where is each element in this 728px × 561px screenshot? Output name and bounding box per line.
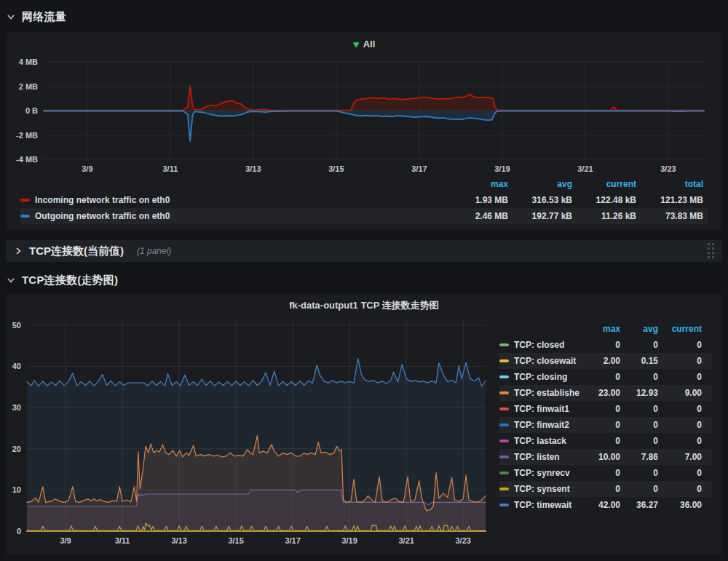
legend-series-label[interactable]: TCP: established xyxy=(499,385,579,401)
legend-header-max[interactable]: max xyxy=(579,321,620,337)
legend-series-label[interactable]: TCP: finwait1 xyxy=(499,401,579,417)
legend-series-label[interactable]: TCP: listen xyxy=(499,449,579,465)
legend-row: TCP: closed000 xyxy=(499,337,712,353)
svg-text:3/23: 3/23 xyxy=(455,536,470,545)
legend-header-avg[interactable]: avg xyxy=(620,321,658,337)
row-header-network[interactable]: 网络流量 xyxy=(6,9,66,25)
legend-value-avg: 0.15 xyxy=(620,353,658,369)
legend-swatch-icon xyxy=(499,455,509,458)
legend-swatch-icon xyxy=(499,504,509,506)
legend-value-avg: 0 xyxy=(620,369,658,385)
legend-value-avg: 192.77 kB xyxy=(508,208,572,224)
legend-swatch-icon xyxy=(499,439,509,442)
legend-row: TCP: established23.0012.939.00 xyxy=(499,385,712,401)
legend-series-name: TCP: listen xyxy=(514,449,560,465)
svg-text:3/13: 3/13 xyxy=(245,164,261,173)
legend-value-avg: 7.86 xyxy=(620,449,658,465)
legend-value-max: 0 xyxy=(579,337,620,353)
legend-series-name: TCP: timewait xyxy=(514,497,571,513)
legend-header-row: maxavgcurrenttotal xyxy=(20,176,708,192)
tcp-trend-chart[interactable]: 504030201003/93/113/133/153/173/193/213/… xyxy=(6,314,501,554)
legend-value-max: 1.93 MB xyxy=(443,192,508,208)
panel-title[interactable]: fk-data-output1 TCP 连接数走势图 xyxy=(6,299,722,312)
legend-swatch-icon xyxy=(499,343,509,346)
legend-series-name: TCP: closing xyxy=(514,369,567,385)
svg-text:3/15: 3/15 xyxy=(228,536,243,545)
svg-text:-2 MB: -2 MB xyxy=(16,131,38,140)
svg-text:3/13: 3/13 xyxy=(171,536,186,545)
legend-series-label[interactable]: Outgoing network traffic on eth0 xyxy=(20,208,443,224)
legend-value-current: 0 xyxy=(658,337,702,353)
legend-row: TCP: synsent000 xyxy=(499,481,712,497)
legend-header-total[interactable]: total xyxy=(636,176,703,192)
legend-value-max: 0 xyxy=(579,481,620,497)
legend-series-name: TCP: closewait xyxy=(514,353,576,369)
legend-value-max: 23.00 xyxy=(579,385,620,401)
legend-series-label[interactable]: TCP: synrecv xyxy=(499,465,579,481)
legend-series-label[interactable]: TCP: closed xyxy=(499,337,579,353)
legend-header-avg[interactable]: avg xyxy=(508,176,572,192)
legend-header-max[interactable]: max xyxy=(443,176,508,192)
row-title: TCP连接数(当前值) xyxy=(29,244,124,258)
legend-series-name: TCP: synrecv xyxy=(514,465,570,481)
legend-value-current: 9.00 xyxy=(658,385,702,401)
legend-row: Outgoing network traffic on eth02.46 MB1… xyxy=(20,208,708,224)
svg-text:-4 MB: -4 MB xyxy=(16,155,38,164)
legend-swatch-icon xyxy=(499,407,509,410)
legend-series-label[interactable]: TCP: closing xyxy=(499,369,579,385)
legend-swatch-icon xyxy=(499,375,509,378)
legend-header-row: maxavgcurrent xyxy=(499,321,712,337)
legend-value-max: 10.00 xyxy=(579,449,620,465)
legend-series-name: Outgoing network traffic on eth0 xyxy=(35,208,170,224)
legend-value-avg: 0 xyxy=(620,481,658,497)
legend-series-name: TCP: finwait1 xyxy=(514,401,569,417)
svg-text:3/19: 3/19 xyxy=(341,536,357,545)
legend-header-current[interactable]: current xyxy=(572,176,636,192)
legend-value-max: 42.00 xyxy=(579,497,620,513)
legend-value-avg: 316.53 kB xyxy=(508,192,572,208)
legend-header-current[interactable]: current xyxy=(658,321,702,337)
svg-text:40: 40 xyxy=(12,362,21,370)
legend-series-label[interactable]: TCP: timewait xyxy=(499,497,579,513)
legend-value-avg: 0 xyxy=(620,417,658,433)
svg-text:3/11: 3/11 xyxy=(115,536,130,545)
svg-text:3/15: 3/15 xyxy=(328,164,344,173)
legend-value-max: 0 xyxy=(579,465,620,481)
row-header-tcp-trend[interactable]: TCP连接数(走势图) xyxy=(6,272,118,288)
network-traffic-chart[interactable]: 4 MB2 MB0 B-2 MB-4 MB3/93/113/133/153/17… xyxy=(6,51,722,176)
legend-swatch-icon xyxy=(499,472,509,474)
legend-value-avg: 12.93 xyxy=(620,385,658,401)
legend-swatch-icon xyxy=(499,391,509,394)
legend-series-label[interactable]: TCP: closewait xyxy=(499,353,579,369)
legend-row: Incoming network traffic on eth01.93 MB3… xyxy=(20,192,708,208)
legend-value-current: 0 xyxy=(658,353,702,369)
row-header-tcp-current[interactable]: TCP连接数(当前值) (1 panel) xyxy=(6,240,722,262)
legend-swatch-icon xyxy=(499,488,509,490)
legend-row: TCP: lastack000 xyxy=(499,433,712,449)
legend-value-current: 0 xyxy=(658,481,702,497)
legend-value-current: 0 xyxy=(658,417,702,433)
row-drag-handle[interactable] xyxy=(708,243,715,259)
legend-row: TCP: synrecv000 xyxy=(499,465,712,481)
legend-series-label[interactable]: Incoming network traffic on eth0 xyxy=(20,192,443,208)
legend-value-max: 0 xyxy=(579,417,620,433)
legend-series-label[interactable]: TCP: finwait2 xyxy=(499,417,579,433)
svg-text:50: 50 xyxy=(12,321,21,330)
svg-text:3/17: 3/17 xyxy=(285,536,300,545)
legend-series-label[interactable]: TCP: lastack xyxy=(499,433,579,449)
legend-value-avg: 36.27 xyxy=(620,497,658,513)
legend-value-max: 0 xyxy=(579,369,620,385)
legend-value-current: 0 xyxy=(658,433,702,449)
legend-value-max: 0 xyxy=(579,433,620,449)
panel-title[interactable]: ♥All xyxy=(6,38,722,50)
legend-series-name: TCP: lastack xyxy=(514,433,566,449)
panel-title-text: fk-data-output1 TCP 连接数走势图 xyxy=(289,300,439,311)
tcp-trend-panel: fk-data-output1 TCP 连接数走势图 504030201003/… xyxy=(6,294,722,555)
legend-row: TCP: listen10.007.867.00 xyxy=(499,449,712,465)
legend-value-total: 73.83 MB xyxy=(636,208,703,224)
svg-text:3/9: 3/9 xyxy=(82,164,92,173)
chevron-down-icon xyxy=(6,12,16,22)
legend-value-avg: 0 xyxy=(620,433,658,449)
svg-text:4 MB: 4 MB xyxy=(19,57,38,66)
legend-series-label[interactable]: TCP: synsent xyxy=(499,481,579,497)
